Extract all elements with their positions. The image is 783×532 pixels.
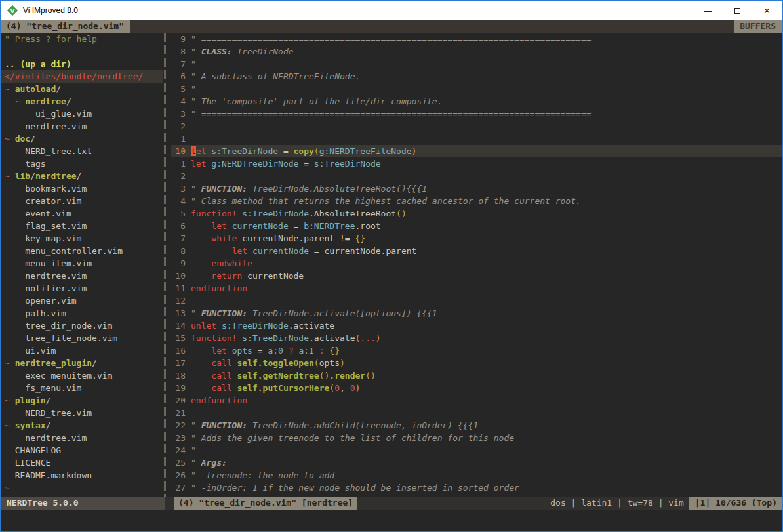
text-run: ( bbox=[314, 146, 319, 156]
close-button[interactable]: ✕ bbox=[752, 1, 782, 20]
code-line[interactable]: 4" Class method that returns the highest… bbox=[171, 195, 782, 207]
tree-item[interactable]: menu_item.vim bbox=[1, 257, 163, 270]
code-line[interactable]: 10let s:TreeDirNode = copy(g:NERDTreeFil… bbox=[171, 145, 782, 157]
code-line[interactable]: 24" bbox=[171, 444, 782, 457]
code-line[interactable]: 6 let currentNode = b:NERDTree.root bbox=[171, 220, 782, 232]
tree-item[interactable]: nerdtree.vim bbox=[1, 120, 163, 133]
code-line[interactable]: 25" Args: bbox=[171, 457, 782, 469]
code-line[interactable]: 5" bbox=[171, 83, 782, 95]
text-run bbox=[5, 271, 25, 281]
code-line[interactable]: 17 call self.toggleOpen(opts) bbox=[171, 357, 782, 369]
tree-item[interactable]: tree_dir_node.vim bbox=[1, 319, 163, 332]
code-line[interactable]: 12 bbox=[171, 295, 782, 307]
line-text: ui.vim bbox=[5, 346, 56, 356]
text-run bbox=[5, 109, 35, 119]
tree-item[interactable]: tree_file_node.vim bbox=[1, 332, 163, 344]
code-line[interactable]: 13" FUNCTION: TreeDirNode.activate([opti… bbox=[171, 307, 782, 319]
text-run bbox=[10, 420, 15, 430]
code-line[interactable]: 1let g:NERDTreeDirNode = s:TreeDirNode bbox=[171, 157, 782, 170]
tree-item[interactable]: ~ bbox=[1, 481, 163, 494]
text-run: call bbox=[211, 383, 231, 393]
tree-item[interactable]: NERD_tree.txt bbox=[1, 145, 163, 157]
tree-item[interactable]: flag_set.vim bbox=[1, 220, 163, 232]
tree-item[interactable]: ~ nerdtree_plugin/ bbox=[1, 357, 163, 369]
text-run: ) bbox=[355, 383, 360, 393]
code-line[interactable]: 15function! s:TreeDirNode.activate(...) bbox=[171, 332, 782, 344]
code-line[interactable]: 8" CLASS: TreeDirNode bbox=[171, 45, 782, 58]
code-line[interactable]: 9" =====================================… bbox=[171, 33, 782, 45]
code-line[interactable]: 9 endwhile bbox=[171, 257, 782, 270]
tree-item[interactable]: ~ doc/ bbox=[1, 133, 163, 145]
tree-item[interactable]: ~ syntax/ bbox=[1, 419, 163, 432]
tree-item[interactable]: creator.vim bbox=[1, 195, 163, 207]
text-run: let bbox=[211, 346, 226, 356]
tree-item[interactable]: ui_glue.vim bbox=[1, 108, 163, 120]
command-line[interactable] bbox=[1, 510, 782, 531]
code-line[interactable]: 4" The 'composite' part of the file/dir … bbox=[171, 95, 782, 108]
tree-item[interactable]: bookmark.vim bbox=[1, 182, 163, 195]
tree-item[interactable]: fs_menu.vim bbox=[1, 382, 163, 394]
tree-item[interactable] bbox=[1, 45, 163, 58]
text-run: / bbox=[30, 134, 35, 144]
line-number: 8 bbox=[171, 45, 191, 58]
minimize-button[interactable]: — bbox=[693, 1, 723, 20]
tree-item[interactable]: key_map.vim bbox=[1, 232, 163, 245]
tree-item[interactable]: notifier.vim bbox=[1, 282, 163, 295]
tree-item[interactable]: </vimfiles/bundle/nerdtree/ bbox=[1, 70, 163, 83]
text-run: = bbox=[289, 221, 304, 231]
code-line[interactable]: 22" FUNCTION: TreeDirNode.addChild(treen… bbox=[171, 419, 782, 432]
text-run: ( bbox=[329, 383, 334, 393]
code-line[interactable]: 11endfunction bbox=[171, 282, 782, 295]
text-run: currentNode bbox=[252, 246, 309, 256]
code-line[interactable]: 27" -inOrder: 1 if the new node should b… bbox=[171, 481, 782, 494]
code-line[interactable]: 20endfunction bbox=[171, 394, 782, 407]
tree-item[interactable]: path.vim bbox=[1, 307, 163, 319]
text-run: 0 bbox=[334, 383, 340, 393]
maximize-button[interactable] bbox=[723, 1, 752, 20]
code-line[interactable]: 14unlet s:TreeDirNode.activate bbox=[171, 319, 782, 332]
code-line[interactable]: 26" -treenode: the node to add bbox=[171, 469, 782, 481]
code-line[interactable]: 7 while currentNode.parent != {} bbox=[171, 232, 782, 245]
tree-item[interactable]: menu_controller.vim bbox=[1, 245, 163, 257]
code-line[interactable]: 18 call self.getNerdtree().render() bbox=[171, 369, 782, 382]
tab-active-buffer[interactable]: (4) "tree_dir_node.vim" bbox=[1, 20, 130, 33]
code-line[interactable]: 8 let currentNode = currentNode.parent bbox=[171, 245, 782, 257]
code-line[interactable]: 2 bbox=[171, 170, 782, 182]
code-line[interactable]: 6" A subclass of NERDTreeFileNode. bbox=[171, 70, 782, 83]
tree-item[interactable]: ~ autoload/ bbox=[1, 83, 163, 95]
tree-item[interactable]: nerdtree.vim bbox=[1, 432, 163, 444]
tree-item[interactable]: tags bbox=[1, 157, 163, 170]
tree-item[interactable]: NERD_tree.vim bbox=[1, 407, 163, 419]
code-panel: 9" =====================================… bbox=[171, 33, 782, 497]
tree-item[interactable]: ~ nerdtree/ bbox=[1, 95, 163, 108]
tree-item[interactable]: nerdtree.vim bbox=[1, 270, 163, 282]
code-line[interactable]: 1 bbox=[171, 133, 782, 145]
code-line[interactable]: 23" Adds the given treenode to the list … bbox=[171, 432, 782, 444]
tree-item[interactable]: LICENCE bbox=[1, 457, 163, 469]
tree-item[interactable]: README.markdown bbox=[1, 469, 163, 481]
code-line[interactable]: 19 call self.putCursorHere(0, 0) bbox=[171, 382, 782, 394]
text-run bbox=[191, 258, 211, 268]
code-line[interactable]: 21 bbox=[171, 407, 782, 419]
line-text: key_map.vim bbox=[5, 234, 81, 243]
code-line[interactable]: 3" =====================================… bbox=[171, 108, 782, 120]
code-line[interactable]: 10 return currentNode bbox=[171, 270, 782, 282]
code-line[interactable]: 2 bbox=[171, 120, 782, 133]
tree-item[interactable]: .. (up a dir) bbox=[1, 58, 163, 70]
tree-item[interactable]: ~ plugin/ bbox=[1, 394, 163, 407]
code-line[interactable]: 16 let opts = a:0 ? a:1 : {} bbox=[171, 344, 782, 357]
tree-item[interactable]: CHANGELOG bbox=[1, 444, 163, 457]
code-line[interactable]: 5function! s:TreeDirNode.AbsoluteTreeRoo… bbox=[171, 207, 782, 220]
text-run: " bbox=[191, 84, 196, 94]
window-split-separator[interactable] bbox=[163, 33, 171, 497]
tree-item[interactable]: ~ lib/nerdtree/ bbox=[1, 170, 163, 182]
text-run bbox=[10, 358, 15, 368]
tree-item[interactable]: exec_menuitem.vim bbox=[1, 369, 163, 382]
tree-item[interactable]: event.vim bbox=[1, 207, 163, 220]
line-number: 4 bbox=[171, 95, 191, 108]
tree-item[interactable]: ui.vim bbox=[1, 344, 163, 357]
tree-item[interactable]: opener.vim bbox=[1, 295, 163, 307]
code-line[interactable]: 3" FUNCTION: TreeDirNode.AbsoluteTreeRoo… bbox=[171, 182, 782, 195]
code-line[interactable]: 7" bbox=[171, 58, 782, 70]
tree-item[interactable]: " Press ? for help bbox=[1, 33, 163, 45]
